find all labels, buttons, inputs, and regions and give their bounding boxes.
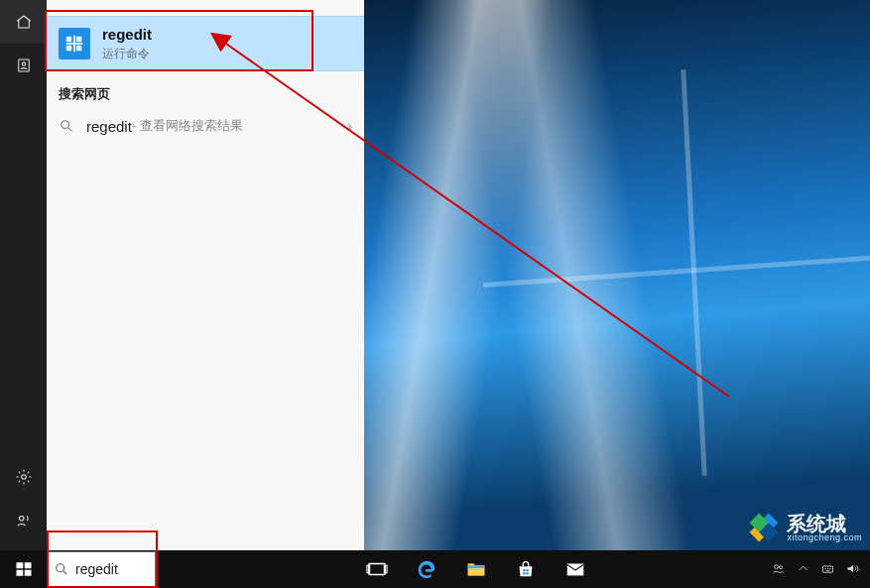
edge-button[interactable] — [414, 556, 439, 582]
best-match-title: regedit — [102, 26, 152, 44]
rail-portrait-button[interactable] — [0, 44, 47, 87]
edge-icon — [416, 558, 437, 580]
svg-rect-20 — [523, 569, 525, 571]
taskbar-search-input[interactable] — [75, 561, 145, 577]
portrait-icon — [15, 57, 33, 74]
search-web-term: regedit — [86, 118, 132, 135]
svg-rect-6 — [76, 37, 82, 43]
mail-button[interactable] — [562, 556, 588, 582]
volume-button[interactable] — [845, 561, 860, 578]
svg-rect-7 — [76, 46, 82, 52]
system-tray — [771, 561, 870, 578]
home-icon — [15, 13, 33, 31]
best-match-subtitle: 运行命令 — [102, 46, 152, 62]
svg-rect-12 — [24, 562, 31, 568]
search-web-heading: 搜索网页 — [47, 71, 364, 107]
svg-point-15 — [57, 564, 64, 572]
task-view-button[interactable] — [364, 556, 390, 582]
people-button[interactable] — [771, 561, 786, 578]
svg-rect-9 — [66, 43, 83, 45]
search-results-panel: regedit 运行命令 搜索网页 regedit - 查看网络搜索结果 › — [47, 0, 364, 550]
search-web-item[interactable]: regedit - 查看网络搜索结果 › — [47, 107, 364, 145]
tray-expand-button[interactable] — [796, 561, 810, 578]
svg-rect-4 — [66, 37, 72, 43]
svg-point-1 — [22, 62, 25, 65]
chevron-right-icon: › — [347, 118, 352, 134]
start-button[interactable] — [0, 550, 47, 588]
svg-rect-13 — [16, 570, 23, 576]
svg-rect-21 — [526, 569, 528, 571]
svg-rect-5 — [66, 46, 72, 52]
svg-rect-27 — [823, 566, 833, 572]
store-icon — [515, 558, 537, 580]
svg-point-2 — [21, 475, 26, 480]
windows-start-icon — [15, 560, 33, 578]
svg-point-26 — [780, 565, 783, 568]
ime-button[interactable] — [820, 561, 835, 578]
taskbar-pinned-apps — [364, 556, 588, 582]
best-match-heading — [47, 0, 364, 16]
person-speak-icon — [15, 512, 33, 529]
svg-rect-14 — [24, 570, 31, 576]
rail-settings-button[interactable] — [0, 455, 47, 499]
rail-feedback-button[interactable] — [0, 499, 47, 542]
regedit-icon — [59, 28, 90, 59]
task-view-icon — [366, 558, 388, 580]
search-web-hint: - 查看网络搜索结果 — [132, 117, 243, 135]
search-icon — [54, 561, 69, 577]
rail-home-button[interactable] — [0, 0, 47, 44]
mail-icon — [564, 558, 586, 580]
cortana-left-rail — [0, 0, 47, 550]
svg-point-10 — [62, 121, 69, 129]
svg-rect-22 — [523, 572, 525, 574]
wallpaper-window-graphic — [483, 69, 870, 476]
svg-point-25 — [775, 564, 779, 568]
svg-rect-16 — [369, 564, 386, 575]
best-match-item[interactable]: regedit 运行命令 — [47, 16, 364, 71]
svg-point-3 — [19, 517, 24, 522]
file-explorer-icon — [465, 558, 487, 580]
file-explorer-button[interactable] — [463, 556, 489, 582]
svg-rect-19 — [468, 565, 485, 568]
taskbar-search-box[interactable] — [47, 551, 156, 587]
store-button[interactable] — [513, 556, 539, 582]
gear-icon — [15, 468, 33, 486]
taskbar — [0, 550, 870, 588]
svg-rect-23 — [526, 572, 528, 574]
search-icon — [59, 118, 74, 134]
svg-rect-11 — [16, 562, 23, 568]
